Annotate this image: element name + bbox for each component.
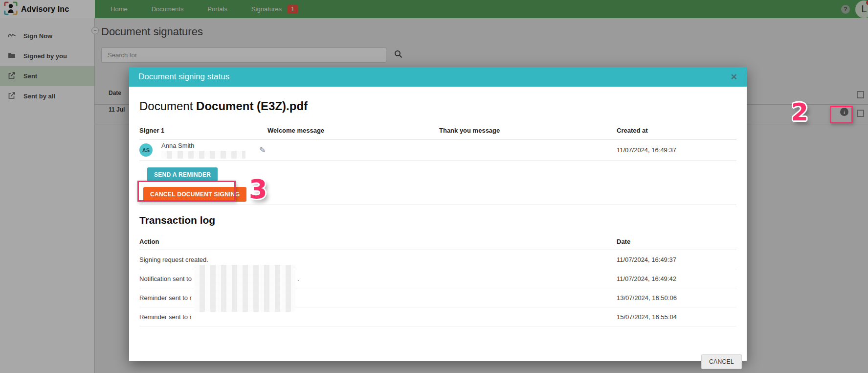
modal-cancel-button[interactable]: CANCEL	[701, 354, 742, 369]
log-action: Signing request created.	[139, 256, 617, 263]
welcome-message-cell	[267, 140, 439, 161]
document-filename: Document (E3Z).pdf	[196, 99, 308, 113]
signer-col-header: Signer 1	[139, 124, 267, 140]
transaction-log-header: Action Date	[139, 238, 736, 250]
log-date: 15/07/2024, 16:55:04	[617, 313, 736, 321]
signer-name: Anna Smith	[161, 142, 245, 149]
app-window: Advisory Inc Home Documents Portals Sign…	[0, 0, 868, 373]
transaction-log-title: Transaction log	[139, 214, 736, 226]
created-at-cell: 11/07/2024, 16:49:37	[617, 140, 736, 161]
document-label: Document	[139, 99, 193, 113]
signer-name-block: Anna Smith	[161, 142, 245, 159]
document-signing-status-modal: Document signing status ✕ Document Docum…	[129, 67, 747, 361]
document-title: Document Document (E3Z).pdf	[139, 99, 736, 113]
signer-table: Signer 1 Welcome message Thank you messa…	[139, 124, 736, 161]
annotation-box-info-icon	[830, 106, 853, 123]
redacted-signer-email	[161, 151, 245, 159]
log-date: 13/07/2024, 16:50:06	[617, 294, 736, 302]
modal-title: Document signing status	[138, 72, 229, 82]
log-col-action: Action	[139, 238, 617, 245]
signer-avatar: AS	[139, 143, 153, 157]
log-date: 11/07/2024, 16:49:37	[617, 256, 736, 263]
redacted-log-emails	[194, 265, 295, 312]
log-date: 11/07/2024, 16:49:42	[617, 275, 736, 282]
created-col-header: Created at	[617, 124, 736, 140]
log-action: Reminder sent to r	[139, 313, 617, 321]
thankyou-message-cell	[439, 140, 617, 161]
send-reminder-button[interactable]: SEND A REMINDER	[147, 167, 218, 182]
edit-pencil-icon[interactable]: ✎	[259, 145, 266, 155]
close-icon[interactable]: ✕	[731, 73, 737, 81]
modal-body: Document Document (E3Z).pdf Signer 1 Wel…	[129, 99, 747, 373]
welcome-col-header: Welcome message	[267, 124, 439, 140]
signer-row-identity: AS Anna Smith ✎	[139, 140, 267, 161]
annotation-step-3: 3	[249, 174, 267, 205]
transaction-log-table: Action Date Signing request created. 11/…	[139, 238, 736, 326]
log-col-date: Date	[617, 238, 736, 245]
log-action-suffix: .	[297, 275, 299, 282]
annotation-step-2: 2	[791, 98, 808, 126]
log-action-text: Notification sent to	[139, 275, 192, 282]
thankyou-col-header: Thank you message	[439, 124, 617, 140]
modal-header: Document signing status ✕	[129, 67, 747, 87]
section-divider	[139, 205, 736, 205]
annotation-box-cancel-signing	[137, 181, 236, 202]
